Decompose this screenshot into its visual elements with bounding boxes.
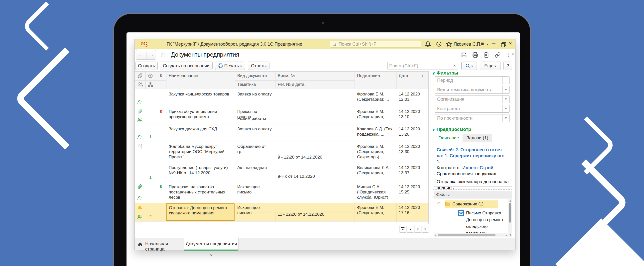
- list-search-input[interactable]: [389, 63, 449, 69]
- column-kind[interactable]: Вид документа: [237, 73, 267, 78]
- participants-icon: [138, 215, 142, 219]
- panel-splitter[interactable]: [430, 71, 430, 224]
- column-topic[interactable]: Тематика: [237, 82, 256, 87]
- print-button[interactable]: Печать ▾: [215, 62, 245, 70]
- get-link-icon[interactable]: [495, 52, 500, 58]
- files-vertical-scrollbar[interactable]: ▲ ▼: [508, 199, 512, 237]
- tab-documents-active[interactable]: Документы предприятия ×: [184, 238, 238, 251]
- filter-read-state[interactable]: По прочтенности▾: [435, 114, 510, 122]
- links-summary[interactable]: Связей: 2. Отправлен в ответ на: 1. Соде…: [437, 147, 504, 164]
- tab-tasks[interactable]: Задачи (1): [462, 134, 492, 142]
- dropdown-caret-icon[interactable]: ▾: [502, 95, 509, 103]
- more-dots-icon[interactable]: ⋮: [506, 52, 511, 58]
- active-cell-doc-name[interactable]: Отправка: Договор на ремонт складского п…: [166, 203, 234, 221]
- search-options-button[interactable]: ▾: [461, 62, 477, 70]
- filters-section-header[interactable]: ∨ Фильтры: [432, 70, 458, 76]
- create-from-label: Создать на основании: [163, 63, 210, 68]
- dropdown-caret-icon[interactable]: ▾: [502, 105, 509, 112]
- create-button[interactable]: Создать: [135, 62, 158, 70]
- task-count: 2: [147, 214, 154, 219]
- table-row[interactable]: К Претензия на качество поставленных стр…: [135, 182, 428, 203]
- restore-window-button[interactable]: [500, 42, 506, 48]
- preview-icon[interactable]: [484, 52, 489, 58]
- go-first-button[interactable]: ▲: [399, 226, 406, 233]
- service-menu-icon[interactable]: ≡: [481, 41, 484, 46]
- filter-period[interactable]: Период...: [435, 76, 510, 84]
- column-reg-no[interactable]: Рег. № и дата: [278, 82, 304, 87]
- participants-column-icon[interactable]: [138, 82, 143, 87]
- table-row-selected[interactable]: 2 Отправка: Договор на ремонт складского…: [135, 203, 428, 222]
- minimize-button[interactable]: ─: [492, 41, 495, 46]
- participants-icon: [138, 100, 142, 105]
- reports-button[interactable]: Отчеты: [248, 62, 270, 70]
- more-button[interactable]: Еще ▾: [480, 62, 501, 70]
- period-picker-button[interactable]: ...: [502, 76, 509, 84]
- sort-desc-icon[interactable]: ↓: [422, 73, 424, 78]
- clear-search-button[interactable]: ×: [451, 62, 458, 69]
- filter-contractor-placeholder: Контрагент: [437, 106, 460, 111]
- table-row[interactable]: 1 Поступление (товары, услуги) №9-НК от …: [135, 163, 428, 182]
- close-page-button[interactable]: ×: [512, 52, 514, 57]
- print-icon[interactable]: [472, 52, 478, 58]
- file-name[interactable]: Письмо Отправка_ Договор на ремонт склад…: [466, 210, 511, 237]
- scroll-up-icon[interactable]: ▲: [509, 199, 512, 202]
- scroll-thumb[interactable]: [509, 203, 511, 223]
- filter-kind-topic[interactable]: Вид и тематика документа▾: [435, 86, 510, 94]
- doc-name: Приказ об установлении пропускного режим…: [169, 109, 232, 119]
- scroll-thumb[interactable]: [438, 234, 496, 236]
- folder-label[interactable]: Содержание (1): [452, 202, 484, 207]
- dropdown-caret-icon[interactable]: ▾: [502, 114, 509, 122]
- table-row[interactable]: 1 Закупка дисков для СХД Заявка на оплат…: [135, 124, 428, 142]
- hierarchy-column-icon[interactable]: [148, 82, 153, 87]
- column-k[interactable]: К: [156, 73, 166, 78]
- status-column-icon[interactable]: [148, 73, 153, 78]
- dropdown-caret-icon: ▾: [471, 64, 473, 68]
- toolbar: Создать Создать на основании ▾ Печать ▾ …: [135, 61, 515, 70]
- column-name[interactable]: Наименование: [169, 73, 198, 78]
- doc-date: 14.12.2020: [399, 165, 427, 170]
- preview-section-header[interactable]: ∨ Предпросмотр: [432, 127, 471, 132]
- doc-author: Фролова Е.М. (Секретариат, ...: [357, 109, 394, 119]
- forward-button[interactable]: →: [149, 52, 154, 57]
- column-date[interactable]: Дата: [399, 73, 408, 78]
- table-row[interactable]: К Приказ об установлении пропускного реж…: [135, 107, 428, 124]
- close-tab-icon[interactable]: ×: [210, 253, 213, 258]
- scroll-down-icon[interactable]: ▼: [509, 233, 512, 236]
- back-button[interactable]: ←: [138, 52, 144, 57]
- doc-kind: Исходящее письмо: [237, 184, 273, 195]
- scroll-right-icon[interactable]: ▸: [506, 234, 507, 237]
- scroll-left-icon[interactable]: ◂: [435, 234, 436, 237]
- go-last-button[interactable]: ▼: [422, 226, 429, 233]
- help-button[interactable]: ?: [503, 62, 512, 70]
- print-label: Печать: [224, 63, 239, 68]
- section-splitter[interactable]: [433, 189, 512, 190]
- go-prev-button[interactable]: ▲: [407, 226, 414, 233]
- notifications-bell-icon[interactable]: [425, 41, 431, 47]
- history-icon[interactable]: [436, 41, 442, 47]
- files-horizontal-scrollbar[interactable]: ◂ ▸: [434, 233, 508, 237]
- tab-description[interactable]: Описание: [435, 134, 463, 142]
- current-user[interactable]: Яковлев С.П.: [454, 42, 481, 47]
- table-row[interactable]: Жалоба на мусор вокруг территории ООО "М…: [135, 142, 428, 163]
- global-search-input[interactable]: [338, 41, 418, 47]
- favorite-star-icon[interactable]: ☆: [160, 50, 166, 59]
- contractor-link[interactable]: Инвест-Строй: [462, 165, 493, 170]
- favorites-star-icon[interactable]: [446, 41, 452, 47]
- save-icon[interactable]: [461, 52, 467, 58]
- filter-organization[interactable]: Организация▾: [435, 95, 510, 103]
- main-menu-icon[interactable]: ≡: [153, 41, 156, 47]
- global-search[interactable]: [330, 41, 421, 48]
- attachment-column-icon[interactable]: [138, 73, 143, 78]
- list-search-field[interactable]: ×: [388, 62, 458, 70]
- table-row[interactable]: Закупка канцелярских товаров Заявка на о…: [135, 89, 428, 107]
- column-temp-no[interactable]: Врем. №: [278, 73, 295, 78]
- create-from-button[interactable]: Создать на основании ▾: [160, 62, 212, 70]
- table-header: К Наименование Вид документа Врем. № Под…: [135, 71, 428, 89]
- collapse-node-icon[interactable]: ⊖: [437, 201, 441, 206]
- doc-time: 15:25: [399, 190, 427, 195]
- dropdown-caret-icon[interactable]: ▾: [502, 86, 509, 93]
- filter-contractor[interactable]: Контрагент▾: [435, 105, 510, 113]
- column-author[interactable]: Подготовил: [357, 73, 380, 78]
- close-window-button[interactable]: ×: [509, 40, 512, 47]
- go-next-button[interactable]: ▼: [414, 226, 422, 233]
